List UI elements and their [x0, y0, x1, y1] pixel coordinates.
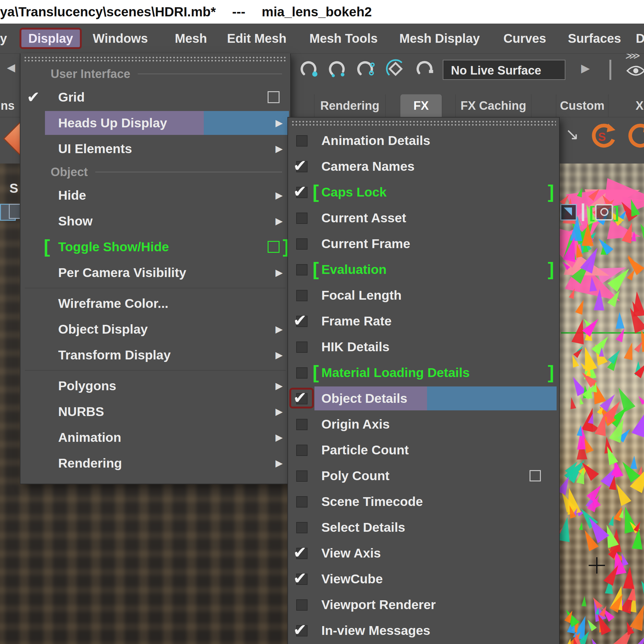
hud-item-material-loading-details[interactable]: [ Material Loading Details ]: [288, 360, 559, 386]
menu-item-mesh-tools[interactable]: Mesh Tools: [309, 24, 378, 53]
hud-item-camera-names[interactable]: ✔ Camera Names: [288, 153, 559, 179]
annotation-bracket-left: [: [313, 179, 319, 205]
snap-magnet-icon[interactable]: [414, 58, 435, 79]
hud-item-label: Scene Timecode: [321, 489, 423, 514]
hud-item-evaluation[interactable]: [ Evaluation ]: [288, 257, 559, 282]
checkbox[interactable]: [296, 445, 308, 456]
live-surface-field[interactable]: No Live Surface: [443, 60, 565, 80]
menu-item-grid[interactable]: ✔ Grid: [20, 84, 290, 110]
hud-item-viewport-renderer[interactable]: Viewport Renderer: [288, 592, 559, 618]
hud-item-animation-details[interactable]: Animation Details: [288, 128, 559, 153]
checkbox[interactable]: [296, 264, 308, 275]
hud-item-label: View Axis: [321, 540, 381, 566]
menu-item-nurbs[interactable]: NURBS ▶: [20, 399, 290, 425]
eye-icon[interactable]: [626, 64, 644, 77]
hud-item-current-asset[interactable]: Current Asset: [288, 205, 559, 231]
menu-item-label: Show: [58, 208, 92, 234]
menu-item-label: Rendering: [58, 450, 122, 476]
menu-item-object-display[interactable]: Object Display ▶: [20, 316, 290, 342]
hud-item-label: Current Asset: [321, 205, 406, 231]
snap-diamond-icon[interactable]: [385, 58, 406, 79]
tab-custom[interactable]: Custom: [556, 94, 608, 117]
menu-item-edit-mesh[interactable]: Edit Mesh: [227, 24, 286, 53]
select-tool-icon[interactable]: [560, 204, 577, 220]
hud-item-label: Current Frame: [321, 231, 410, 257]
checkbox[interactable]: [296, 135, 308, 147]
checkbox[interactable]: [296, 290, 308, 301]
menu-tearoff[interactable]: [24, 55, 287, 62]
submenu-tearoff[interactable]: [291, 119, 556, 126]
pane-arrow-icon[interactable]: ▶: [581, 62, 590, 75]
menu-item-wireframe-color[interactable]: Wireframe Color...: [20, 291, 290, 316]
hud-item-object-details[interactable]: ✔ Object Details: [288, 386, 559, 411]
menu-item-toggle-show-hide[interactable]: [ Toggle Show/Hide ]: [20, 234, 290, 260]
hud-item-in-view-messages[interactable]: ✔ In-view Messages: [288, 618, 559, 643]
snap-curve-icon-3[interactable]: [355, 58, 376, 79]
hud-item-frame-rate[interactable]: ✔ Frame Rate: [288, 308, 559, 334]
menu-item-polygons[interactable]: Polygons ▶: [20, 373, 290, 399]
menu-item-label: Hide: [58, 182, 86, 208]
tab-fx[interactable]: FX: [400, 94, 442, 117]
menu-item-transform-display[interactable]: Transform Display ▶: [20, 342, 290, 368]
menu-item-partial-right[interactable]: D: [636, 24, 644, 53]
hud-item-select-details[interactable]: Select Details: [288, 514, 559, 540]
hud-item-scene-timecode[interactable]: Scene Timecode: [288, 489, 559, 514]
hud-item-view-axis[interactable]: ✔ View Axis: [288, 540, 559, 566]
annotation-bracket-left: [: [313, 256, 319, 282]
menu-item-animation[interactable]: Animation ▶: [20, 425, 290, 450]
submenu-arrow-icon: ▶: [275, 208, 283, 234]
check-icon: ✔: [27, 84, 40, 110]
menu-item-ui-elements[interactable]: UI Elements ▶: [20, 136, 290, 162]
hud-item-label: Frame Rate: [321, 308, 391, 334]
film-gate-icon[interactable]: [ ]: [589, 203, 619, 221]
menu-item-rendering[interactable]: Rendering ▶: [20, 450, 290, 476]
checkbox[interactable]: [296, 496, 308, 508]
menu-item-show[interactable]: Show ▶: [20, 208, 290, 234]
menu-item-surfaces[interactable]: Surfaces: [568, 24, 621, 53]
section-header-object: Object: [20, 162, 290, 182]
annotation-bracket-right: ]: [548, 359, 554, 386]
rotate-tool-icon-2[interactable]: [625, 121, 644, 150]
hud-item-caps-lock[interactable]: ✔ [ Caps Lock ]: [288, 179, 559, 205]
menu-item-heads-up-display[interactable]: Heads Up Display ▶: [20, 110, 290, 136]
checkbox[interactable]: [296, 213, 308, 224]
tab-rendering[interactable]: Rendering: [314, 94, 386, 117]
snap-curve-icon-1[interactable]: [299, 58, 319, 79]
option-box-icon[interactable]: [268, 91, 280, 103]
hud-item-particle-count[interactable]: Particle Count: [288, 437, 559, 463]
checkbox[interactable]: [296, 522, 308, 533]
slider-icon[interactable]: [582, 203, 584, 221]
checkbox[interactable]: [296, 470, 308, 482]
option-box-icon[interactable]: [530, 470, 541, 481]
option-box-icon[interactable]: [268, 241, 280, 253]
hud-item-focal-length[interactable]: Focal Length: [288, 282, 559, 308]
shelf-arrow-icon[interactable]: ↘: [565, 125, 579, 143]
menu-item-mesh[interactable]: Mesh: [175, 24, 207, 53]
checkbox[interactable]: [296, 599, 308, 611]
menu-item-windows[interactable]: Windows: [93, 24, 148, 53]
menu-item-partial[interactable]: y: [0, 24, 7, 53]
checkbox[interactable]: [296, 419, 308, 430]
section-header-user-interface: User Interface: [20, 64, 290, 84]
snap-curve-icon-2[interactable]: [327, 58, 348, 79]
menu-item-curves[interactable]: Curves: [503, 24, 546, 53]
menu-item-hide[interactable]: Hide ▶: [20, 182, 290, 208]
hud-item-origin-axis[interactable]: Origin Axis: [288, 411, 559, 437]
menu-item-label: Heads Up Display: [58, 110, 167, 136]
toolbar-left-arrow-icon[interactable]: ◀: [7, 61, 15, 74]
checkbox[interactable]: [296, 238, 308, 250]
tab-partial-right[interactable]: X: [635, 94, 644, 117]
hud-item-current-frame[interactable]: Current Frame: [288, 231, 559, 257]
hud-item-viewcube[interactable]: ✔ ViewCube: [288, 566, 559, 592]
rotate-tool-icon[interactable]: S: [589, 121, 618, 150]
hud-item-poly-count[interactable]: Poly Count: [288, 463, 559, 489]
submenu-arrow-icon: ▶: [275, 260, 283, 286]
hud-item-hik-details[interactable]: HIK Details: [288, 334, 559, 360]
menu-item-mesh-display[interactable]: Mesh Display: [399, 24, 480, 53]
menu-item-per-camera-visibility[interactable]: Per Camera Visibility ▶: [20, 260, 290, 286]
tab-fx-caching[interactable]: FX Caching: [455, 94, 531, 117]
checkbox[interactable]: [296, 341, 308, 353]
checkbox[interactable]: [296, 367, 308, 379]
viewport[interactable]: [ ]: [558, 164, 644, 644]
menu-item-display[interactable]: Display: [19, 28, 82, 49]
